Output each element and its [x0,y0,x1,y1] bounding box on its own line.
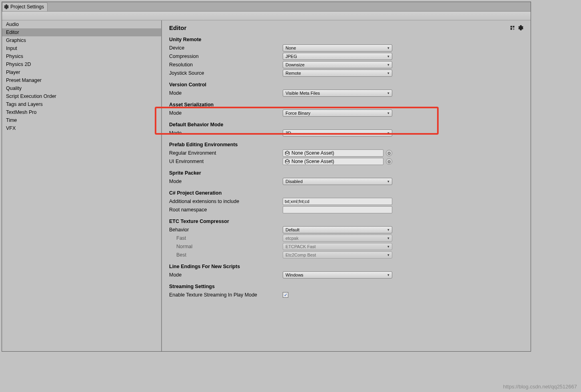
gear-icon [4,4,9,9]
section-asset-serialization: Asset Serialization [169,102,523,107]
le-mode-label: Mode [169,272,283,278]
chevron-updown-icon: ▾ [387,63,389,67]
vc-mode-label: Mode [169,90,283,96]
sidebar-item-vfx[interactable]: VFX [2,124,161,132]
chevron-updown-icon: ▾ [387,131,389,135]
streaming-enable-label: Enable Texture Streaming In Play Mode [169,292,283,298]
etc-best-label: Best [169,252,283,258]
vc-mode-dropdown[interactable]: Visible Meta Files▾ [283,90,392,97]
regular-env-label: Regular Environment [169,150,283,156]
sp-mode-label: Mode [169,179,283,184]
section-default-behavior: Default Behavior Mode [169,122,523,127]
unity-icon [285,159,290,164]
regular-env-picker[interactable]: ⊙ [386,150,392,156]
le-mode-value: Windows [286,273,303,277]
sidebar-item-player[interactable]: Player [2,68,161,76]
joystick-dropdown[interactable]: Remote▾ [283,70,392,77]
sidebar-item-audio[interactable]: Audio [2,20,161,28]
etc-behavior-value: Default [286,227,299,232]
ui-env-label: UI Environment [169,159,283,164]
chevron-updown-icon: ▾ [387,55,389,58]
resolution-value: Downsize [286,62,305,67]
tabbar: Project Settings [2,2,531,12]
etc-fast-value: etcpak [286,236,298,241]
unity-icon [285,151,290,156]
sidebar-item-input[interactable]: Input [2,44,161,52]
cs-ns-label: Root namespace [169,207,283,213]
ui-env-field[interactable]: None (Scene Asset) [283,158,383,165]
section-prefab-env: Prefab Editing Environments [169,142,523,147]
sidebar-item-textmesh-pro[interactable]: TextMesh Pro [2,108,161,116]
chevron-updown-icon: ▾ [387,253,389,257]
etc-normal-label: Normal [169,244,283,249]
etc-best-value: Etc2Comp Best [286,253,316,257]
section-streaming: Streaming Settings [169,284,523,289]
db-mode-label: Mode [169,130,283,136]
chevron-updown-icon: ▾ [387,228,389,232]
main-panel: Editor Unity Remote DeviceNone▾ Compress… [162,20,531,351]
db-mode-dropdown[interactable]: 3D▾ [283,129,392,137]
sidebar-item-preset-manager[interactable]: Preset Manager [2,76,161,84]
sidebar-item-quality[interactable]: Quality [2,84,161,92]
page-title: Editor [169,24,523,31]
etc-fast-label: Fast [169,235,283,241]
device-dropdown[interactable]: None▾ [283,44,392,52]
section-unity-remote: Unity Remote [169,37,523,42]
etc-behavior-label: Behavior [169,227,283,233]
chevron-updown-icon: ▾ [387,72,389,75]
cs-ns-input[interactable] [283,206,392,213]
section-version-control: Version Control [169,82,523,88]
device-label: Device [169,45,283,51]
as-mode-label: Mode [169,110,283,116]
sidebar: Audio Editor Graphics Input Physics Phys… [2,20,162,351]
sp-mode-dropdown[interactable]: Disabled▾ [283,178,392,185]
joystick-label: Joystick Source [169,70,283,76]
chevron-updown-icon: ▾ [387,92,389,95]
sidebar-item-graphics[interactable]: Graphics [2,36,161,44]
db-mode-value: 3D [286,131,291,135]
chevron-updown-icon: ▾ [387,46,389,50]
as-mode-dropdown[interactable]: Force Binary▾ [283,109,392,117]
section-etc-compressor: ETC Texture Compressor [169,219,523,224]
cs-ext-label: Additional extensions to include [169,199,283,204]
sidebar-item-physics[interactable]: Physics [2,52,161,60]
chevron-updown-icon: ▾ [387,273,389,277]
streaming-enable-checkbox[interactable]: ✓ [283,292,288,298]
sidebar-item-tags-layers[interactable]: Tags and Layers [2,100,161,108]
watermark: https://blog.csdn.net/qq2512667 [503,384,577,390]
help-gear-icon[interactable] [518,25,523,30]
sidebar-item-physics2d[interactable]: Physics 2D [2,60,161,68]
chevron-updown-icon: ▾ [387,245,389,249]
cs-ext-input[interactable]: txt;xml;fnt;cd [283,198,392,205]
chevron-updown-icon: ▾ [387,237,389,240]
project-settings-window: Project Settings Audio Editor Graphics I… [2,2,531,352]
etc-behavior-dropdown[interactable]: Default▾ [283,226,392,233]
compression-label: Compression [169,54,283,59]
compression-dropdown[interactable]: JPEG▾ [283,53,392,60]
toolbar [2,12,531,20]
sidebar-item-script-execution[interactable]: Script Execution Order [2,92,161,100]
etc-normal-dropdown: ETCPACK Fast▾ [283,243,392,250]
etc-best-dropdown: Etc2Comp Best▾ [283,251,392,259]
section-sprite-packer: Sprite Packer [169,170,523,176]
as-mode-value: Force Binary [286,111,310,115]
sidebar-item-editor[interactable]: Editor [2,28,161,36]
ui-env-value: None (Scene Asset) [291,159,334,164]
sp-mode-value: Disabled [286,179,303,184]
cs-ext-value: txt;xml;fnt;cd [285,199,309,204]
section-csharp-gen: C# Project Generation [169,190,523,196]
sidebar-item-time[interactable]: Time [2,116,161,124]
le-mode-dropdown[interactable]: Windows▾ [283,271,392,279]
body: Audio Editor Graphics Input Physics Phys… [2,20,531,351]
preset-icon[interactable] [510,25,515,30]
etc-fast-dropdown: etcpak▾ [283,235,392,242]
etc-normal-value: ETCPACK Fast [286,244,316,249]
regular-env-field[interactable]: None (Scene Asset) [283,149,383,157]
tab-label: Project Settings [10,4,44,10]
ui-env-picker[interactable]: ⊙ [386,158,392,165]
page-title-text: Editor [169,24,186,31]
project-settings-tab[interactable]: Project Settings [2,2,48,11]
resolution-dropdown[interactable]: Downsize▾ [283,61,392,68]
chevron-updown-icon: ▾ [387,180,389,183]
joystick-value: Remote [286,71,301,76]
